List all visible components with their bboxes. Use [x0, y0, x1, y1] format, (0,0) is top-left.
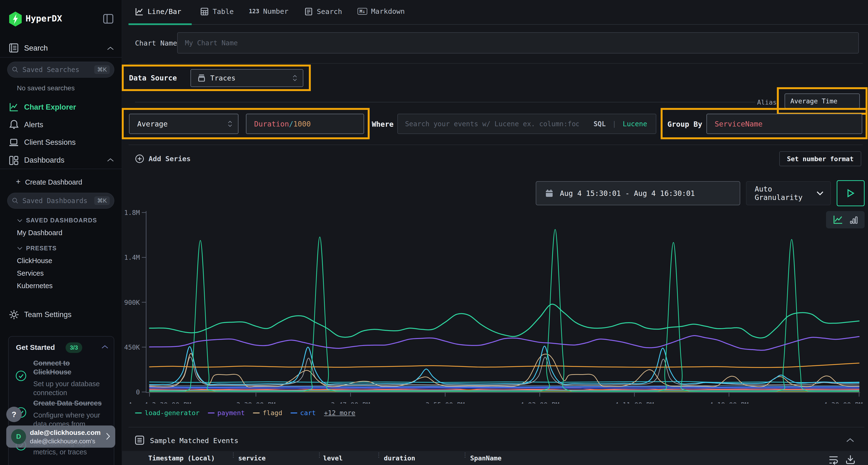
help-button[interactable]: ?	[6, 407, 22, 422]
sidebar-item-client-sessions[interactable]: Client Sessions	[24, 138, 76, 147]
sidebar: HyperDX Search ⌘K No saved searches Char…	[0, 0, 122, 465]
chevron-down-icon[interactable]	[17, 219, 23, 223]
events-table-header: Timestamp (Local) ⋮ service ⋮ level ⋮ du…	[122, 451, 868, 465]
tab-number[interactable]: 123 Number	[249, 7, 288, 15]
date-range-value: Aug 4 15:30:01 - Aug 4 16:30:01	[560, 189, 695, 198]
column-header[interactable]: level	[323, 451, 343, 465]
legend-item[interactable]: flagd	[253, 409, 282, 417]
chart-name-label: Chart Name	[135, 39, 177, 47]
alias-field[interactable]	[785, 97, 859, 105]
saved-dashboards-input[interactable]: ⌘K	[7, 193, 114, 209]
get-started-item-title[interactable]: Connect to ClickHouse	[33, 359, 91, 376]
group-by-input[interactable]: ServiceName	[707, 114, 862, 134]
brand-title: HyperDX	[26, 13, 62, 23]
user-menu[interactable]: D dale@clickhouse.com dale@clickhouse.co…	[6, 426, 115, 447]
alias-input[interactable]	[784, 94, 860, 108]
search-icon	[12, 66, 19, 73]
search-section-icon	[9, 43, 19, 54]
search-icon	[12, 197, 19, 204]
legend-item[interactable]: load-generator	[135, 409, 199, 417]
play-icon	[846, 189, 855, 198]
svg-text:4:19:00 PM: 4:19:00 PM	[709, 401, 749, 404]
divider	[0, 57, 122, 58]
column-header[interactable]: Timestamp (Local)	[148, 451, 215, 465]
granularity-select[interactable]: Auto Granularity	[746, 181, 831, 205]
chevron-down-icon[interactable]	[17, 246, 23, 251]
tab-line-bar[interactable]: Line/Bar	[135, 7, 181, 16]
hyperdx-logo-icon	[9, 11, 22, 28]
plus-circle-icon	[135, 154, 144, 163]
collapse-section-icon[interactable]	[846, 437, 855, 444]
shortcut-badge: ⌘K	[94, 65, 110, 74]
timeseries-chart[interactable]: 0450K900K1.4M1.8MAug 4 3:30:00 PM3:39:00…	[122, 206, 868, 404]
sidebar-item-team-settings[interactable]: Team Settings	[24, 310, 71, 319]
group-by-value: ServiceName	[715, 120, 763, 128]
column-resize-handle[interactable]: ⋮	[376, 454, 382, 457]
tab-table[interactable]: Table	[200, 7, 234, 16]
sidebar-item-alerts[interactable]: Alerts	[24, 121, 43, 129]
legend-item[interactable]: payment	[208, 409, 245, 417]
sidebar-item-dashboards[interactable]: Dashboards	[24, 156, 64, 165]
no-saved-searches-text: No saved searches	[17, 84, 75, 92]
chart-name-input[interactable]	[177, 32, 859, 54]
svg-text:3:47:00 PM: 3:47:00 PM	[331, 401, 370, 404]
add-series-button[interactable]: Add Series	[135, 154, 191, 163]
group-by-label: Group By	[668, 120, 702, 128]
calendar-icon	[545, 189, 554, 198]
sidebar-item-my-dashboard[interactable]: My Dashboard	[17, 229, 62, 237]
user-subtext: dale@clickhouse.com's	[30, 437, 95, 445]
chevron-down-icon	[816, 191, 824, 196]
legend-more-link[interactable]: +12 more	[324, 409, 355, 417]
svg-text:4:11:00 PM: 4:11:00 PM	[615, 401, 654, 404]
chevron-right-icon	[105, 432, 111, 441]
column-header[interactable]: SpanName	[470, 451, 501, 465]
column-resize-handle[interactable]: ⋮	[462, 454, 468, 457]
sidebar-item-search[interactable]: Search	[24, 44, 48, 53]
bell-icon	[9, 120, 19, 131]
gear-icon	[9, 309, 19, 321]
chevron-up-icon[interactable]	[107, 158, 114, 163]
sidebar-item-kubernetes[interactable]: Kubernetes	[17, 282, 53, 290]
sidebar-item-services[interactable]: Services	[17, 269, 44, 277]
aggregation-function-select[interactable]: Average	[129, 114, 239, 134]
column-header[interactable]: duration	[384, 451, 415, 465]
sidebar-item-clickhouse[interactable]: ClickHouse	[17, 257, 52, 265]
column-resize-handle[interactable]: ⋮	[316, 454, 322, 457]
saved-searches-input[interactable]: ⌘K	[7, 62, 114, 77]
lucene-mode-toggle[interactable]: Lucene	[623, 120, 647, 128]
saved-searches-field[interactable]	[22, 66, 94, 74]
data-source-label: Data Source	[129, 74, 177, 82]
legend-item[interactable]: cart	[290, 409, 316, 417]
date-range-picker[interactable]: Aug 4 15:30:01 - Aug 4 16:30:01	[536, 181, 740, 205]
run-query-button[interactable]	[837, 180, 865, 206]
presets-group-header[interactable]: PRESETS	[26, 245, 57, 252]
get-started-item-title[interactable]: Create Data Sources	[33, 399, 115, 408]
tabbar-border	[128, 24, 868, 25]
column-resize-handle[interactable]: ⋮	[230, 454, 237, 457]
download-icon[interactable]	[845, 454, 856, 465]
sidebar-collapse-icon[interactable]	[103, 14, 113, 25]
tab-markdown[interactable]: M↓ Markdown	[358, 7, 405, 15]
chevron-up-icon[interactable]	[101, 345, 108, 350]
sql-mode-toggle[interactable]: SQL	[594, 120, 606, 128]
saved-dashboards-group-header[interactable]: SAVED DASHBOARDS	[26, 217, 97, 224]
wrap-text-icon[interactable]	[828, 455, 839, 465]
set-number-format-button[interactable]: Set number format	[779, 151, 861, 166]
main-panel: Line/Bar Table 123 Number Search M↓ Mark…	[122, 0, 868, 465]
where-label: Where	[372, 120, 394, 128]
get-started-item-subtitle: Set up your database connection	[33, 379, 113, 397]
tab-label: Number	[263, 7, 288, 15]
avatar: D	[11, 429, 26, 444]
list-icon	[134, 435, 145, 446]
sidebar-item-create-dashboard[interactable]: Create Dashboard	[25, 178, 82, 186]
sidebar-item-chart-explorer[interactable]: Chart Explorer	[24, 103, 76, 111]
data-source-select[interactable]: Traces	[190, 69, 303, 87]
column-header[interactable]: service	[238, 451, 266, 465]
tab-search[interactable]: Search	[304, 7, 342, 16]
chart-name-field[interactable]	[178, 39, 858, 47]
chevron-up-icon[interactable]	[107, 46, 114, 52]
field-token: /	[289, 120, 293, 128]
aggregation-field-input[interactable]: Duration/1000	[246, 114, 364, 134]
saved-dashboards-field[interactable]	[22, 197, 94, 205]
where-input[interactable]: SQL | Lucene	[397, 114, 656, 134]
